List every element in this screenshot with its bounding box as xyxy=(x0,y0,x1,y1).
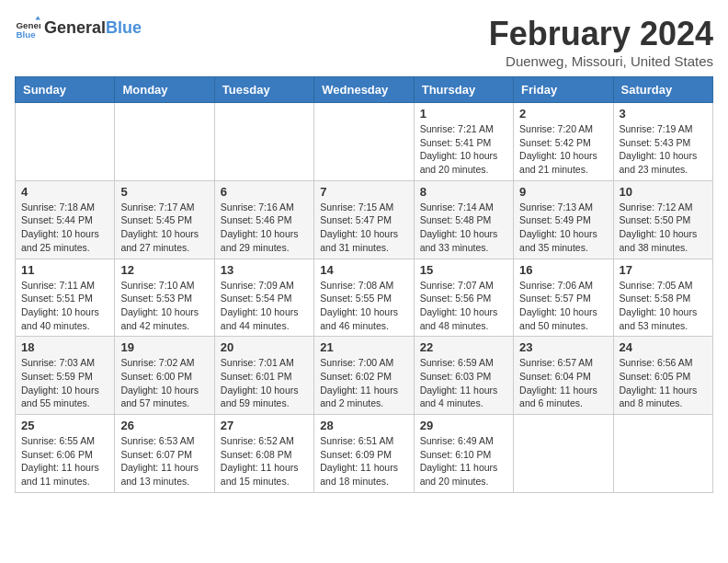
day-info: Sunrise: 7:03 AM Sunset: 5:59 PM Dayligh… xyxy=(21,356,108,410)
calendar-cell: 4Sunrise: 7:18 AM Sunset: 5:44 PM Daylig… xyxy=(16,180,115,259)
day-number: 28 xyxy=(320,419,407,432)
day-header-monday: Monday xyxy=(115,77,214,103)
day-info: Sunrise: 6:49 AM Sunset: 6:10 PM Dayligh… xyxy=(420,434,507,488)
day-number: 6 xyxy=(221,185,308,199)
day-number: 24 xyxy=(620,340,707,354)
day-number: 2 xyxy=(519,107,607,121)
day-header-tuesday: Tuesday xyxy=(214,77,313,103)
day-number: 21 xyxy=(320,340,407,354)
calendar-cell: 21Sunrise: 7:00 AM Sunset: 6:02 PM Dayli… xyxy=(314,337,414,415)
calendar-header-row: SundayMondayTuesdayWednesdayThursdayFrid… xyxy=(16,77,713,103)
calendar-cell: 16Sunrise: 7:06 AM Sunset: 5:57 PM Dayli… xyxy=(514,259,613,337)
day-info: Sunrise: 6:51 AM Sunset: 6:09 PM Dayligh… xyxy=(320,434,407,488)
day-info: Sunrise: 7:07 AM Sunset: 5:56 PM Dayligh… xyxy=(420,279,507,333)
calendar-cell: 5Sunrise: 7:17 AM Sunset: 5:45 PM Daylig… xyxy=(115,180,214,259)
day-number: 13 xyxy=(221,263,308,277)
calendar-cell: 26Sunrise: 6:53 AM Sunset: 6:07 PM Dayli… xyxy=(115,415,214,493)
day-number: 18 xyxy=(21,340,108,354)
day-number: 19 xyxy=(120,340,208,354)
day-info: Sunrise: 7:10 AM Sunset: 5:53 PM Dayligh… xyxy=(120,279,208,333)
svg-marker-2 xyxy=(35,16,40,19)
day-number: 29 xyxy=(420,419,507,432)
day-number: 27 xyxy=(221,419,308,432)
calendar-cell: 13Sunrise: 7:09 AM Sunset: 5:54 PM Dayli… xyxy=(214,259,313,337)
day-number: 5 xyxy=(120,185,208,199)
day-header-thursday: Thursday xyxy=(414,77,513,103)
day-info: Sunrise: 7:18 AM Sunset: 5:44 PM Dayligh… xyxy=(21,201,108,255)
day-header-saturday: Saturday xyxy=(613,77,712,103)
calendar-cell: 23Sunrise: 6:57 AM Sunset: 6:04 PM Dayli… xyxy=(514,337,613,415)
day-number: 16 xyxy=(519,263,607,277)
calendar-cell: 29Sunrise: 6:49 AM Sunset: 6:10 PM Dayli… xyxy=(414,415,513,493)
day-number: 17 xyxy=(620,263,707,277)
day-number: 4 xyxy=(21,185,108,199)
day-info: Sunrise: 7:17 AM Sunset: 5:45 PM Dayligh… xyxy=(120,201,208,255)
day-number: 15 xyxy=(420,263,507,277)
calendar-cell xyxy=(314,103,414,181)
day-info: Sunrise: 7:19 AM Sunset: 5:43 PM Dayligh… xyxy=(620,122,707,177)
day-info: Sunrise: 7:06 AM Sunset: 5:57 PM Dayligh… xyxy=(519,279,607,333)
calendar-cell: 28Sunrise: 6:51 AM Sunset: 6:09 PM Dayli… xyxy=(314,415,414,493)
day-number: 12 xyxy=(120,263,208,277)
day-info: Sunrise: 6:57 AM Sunset: 6:04 PM Dayligh… xyxy=(519,356,607,410)
logo-general: General xyxy=(44,18,106,37)
day-number: 14 xyxy=(320,263,407,277)
calendar-cell: 25Sunrise: 6:55 AM Sunset: 6:06 PM Dayli… xyxy=(16,415,115,493)
calendar-cell: 27Sunrise: 6:52 AM Sunset: 6:08 PM Dayli… xyxy=(214,415,313,493)
day-number: 1 xyxy=(420,107,507,121)
calendar-cell xyxy=(613,415,712,493)
calendar-week-2: 4Sunrise: 7:18 AM Sunset: 5:44 PM Daylig… xyxy=(16,180,713,259)
day-number: 22 xyxy=(420,340,507,354)
calendar-cell: 12Sunrise: 7:10 AM Sunset: 5:53 PM Dayli… xyxy=(115,259,214,337)
calendar-cell: 7Sunrise: 7:15 AM Sunset: 5:47 PM Daylig… xyxy=(314,180,414,259)
day-info: Sunrise: 6:56 AM Sunset: 6:05 PM Dayligh… xyxy=(620,356,707,410)
day-info: Sunrise: 7:20 AM Sunset: 5:42 PM Dayligh… xyxy=(519,122,607,177)
day-number: 26 xyxy=(120,419,208,432)
day-number: 23 xyxy=(519,340,607,354)
logo: General Blue GeneralBlue xyxy=(15,15,142,40)
day-info: Sunrise: 7:16 AM Sunset: 5:46 PM Dayligh… xyxy=(221,201,308,255)
calendar-cell: 15Sunrise: 7:07 AM Sunset: 5:56 PM Dayli… xyxy=(414,259,513,337)
day-info: Sunrise: 7:09 AM Sunset: 5:54 PM Dayligh… xyxy=(221,279,308,333)
title-area: February 2024 Duenweg, Missouri, United … xyxy=(489,15,713,69)
day-number: 25 xyxy=(21,419,108,432)
calendar-cell: 20Sunrise: 7:01 AM Sunset: 6:01 PM Dayli… xyxy=(214,337,313,415)
calendar-week-1: 1Sunrise: 7:21 AM Sunset: 5:41 PM Daylig… xyxy=(16,103,713,181)
day-info: Sunrise: 7:12 AM Sunset: 5:50 PM Dayligh… xyxy=(620,201,707,255)
logo-blue: Blue xyxy=(106,18,142,37)
calendar-cell: 11Sunrise: 7:11 AM Sunset: 5:51 PM Dayli… xyxy=(16,259,115,337)
day-info: Sunrise: 7:13 AM Sunset: 5:49 PM Dayligh… xyxy=(519,201,607,255)
day-info: Sunrise: 7:02 AM Sunset: 6:00 PM Dayligh… xyxy=(120,356,208,410)
day-header-friday: Friday xyxy=(514,77,613,103)
day-info: Sunrise: 7:08 AM Sunset: 5:55 PM Dayligh… xyxy=(320,279,407,333)
day-number: 3 xyxy=(620,107,707,121)
month-title: February 2024 xyxy=(489,15,713,53)
calendar-cell: 6Sunrise: 7:16 AM Sunset: 5:46 PM Daylig… xyxy=(214,180,313,259)
day-number: 8 xyxy=(420,185,507,199)
day-info: Sunrise: 7:21 AM Sunset: 5:41 PM Dayligh… xyxy=(420,122,507,177)
day-info: Sunrise: 6:55 AM Sunset: 6:06 PM Dayligh… xyxy=(21,434,108,488)
calendar-cell: 22Sunrise: 6:59 AM Sunset: 6:03 PM Dayli… xyxy=(414,337,513,415)
calendar-cell: 24Sunrise: 6:56 AM Sunset: 6:05 PM Dayli… xyxy=(613,337,712,415)
day-header-sunday: Sunday xyxy=(16,77,115,103)
calendar-cell xyxy=(115,103,214,181)
day-info: Sunrise: 7:15 AM Sunset: 5:47 PM Dayligh… xyxy=(320,201,407,255)
day-number: 11 xyxy=(21,263,108,277)
day-info: Sunrise: 7:01 AM Sunset: 6:01 PM Dayligh… xyxy=(221,356,308,410)
day-number: 10 xyxy=(620,185,707,199)
day-info: Sunrise: 7:05 AM Sunset: 5:58 PM Dayligh… xyxy=(620,279,707,333)
day-number: 7 xyxy=(320,185,407,199)
svg-text:Blue: Blue xyxy=(16,29,36,40)
calendar-cell: 8Sunrise: 7:14 AM Sunset: 5:48 PM Daylig… xyxy=(414,180,513,259)
day-info: Sunrise: 7:14 AM Sunset: 5:48 PM Dayligh… xyxy=(420,201,507,255)
day-info: Sunrise: 6:52 AM Sunset: 6:08 PM Dayligh… xyxy=(221,434,308,488)
day-header-wednesday: Wednesday xyxy=(314,77,414,103)
header: General Blue GeneralBlue February 2024 D… xyxy=(15,15,713,69)
calendar-cell: 3Sunrise: 7:19 AM Sunset: 5:43 PM Daylig… xyxy=(613,103,712,181)
location-title: Duenweg, Missouri, United States xyxy=(489,53,713,69)
calendar-cell xyxy=(514,415,613,493)
calendar-cell: 19Sunrise: 7:02 AM Sunset: 6:00 PM Dayli… xyxy=(115,337,214,415)
calendar-week-3: 11Sunrise: 7:11 AM Sunset: 5:51 PM Dayli… xyxy=(16,259,713,337)
day-number: 20 xyxy=(221,340,308,354)
day-number: 9 xyxy=(519,185,607,199)
